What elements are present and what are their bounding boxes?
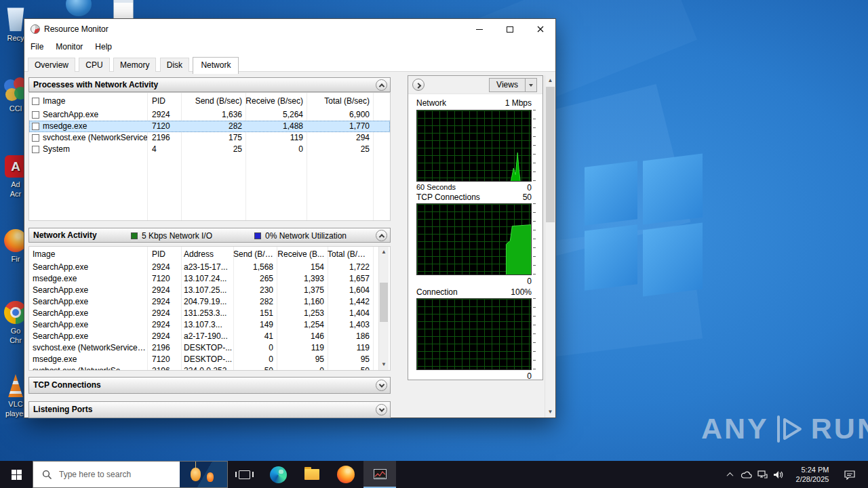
receive-cell: 119: [277, 342, 328, 354]
table-row[interactable]: System 4 25 0 25: [29, 144, 390, 155]
search-input[interactable]: [59, 470, 174, 479]
tray-network[interactable]: [755, 461, 770, 488]
expand-button[interactable]: [376, 404, 387, 415]
window-scrollbar[interactable]: ▲ ▼: [545, 75, 555, 418]
table-row[interactable]: SearchApp.exe 2924 a2-17-190... 41 146 1…: [29, 331, 390, 342]
table-row[interactable]: SearchApp.exe 2924 204.79.19... 282 1,16…: [29, 296, 390, 308]
chevron-down-icon: [529, 84, 533, 87]
table-row[interactable]: svchost.exe (NetworkService -p) 2196 DES…: [29, 342, 390, 354]
receive-cell: 1,375: [277, 285, 328, 296]
table-row[interactable]: SearchApp.exe 2924 a23-15-17... 1,568 15…: [29, 262, 390, 273]
send-cell: 151: [233, 308, 277, 319]
tray-show-hidden-icons[interactable]: [722, 461, 738, 488]
address-cell: DESKTOP-...: [181, 342, 233, 354]
column-header[interactable]: Send (B/sec): [181, 93, 245, 109]
menu-file[interactable]: File: [31, 42, 43, 52]
views-dropdown-arrow[interactable]: [526, 78, 537, 92]
process-name: msedge.exe: [29, 354, 147, 365]
search-highlight-decoration[interactable]: [180, 462, 227, 487]
scroll-up-button[interactable]: ▲: [545, 75, 555, 86]
table-row[interactable]: SearchApp.exe 2924 131.253.3... 151 1,25…: [29, 308, 390, 319]
expand-button[interactable]: [376, 380, 387, 391]
scroll-down-button[interactable]: ▼: [545, 407, 555, 418]
network-graph-series: [417, 110, 531, 182]
tab-cpu[interactable]: CPU: [79, 58, 109, 72]
maximize-button[interactable]: [494, 19, 525, 39]
lantern-string: [195, 462, 196, 468]
views-dropdown[interactable]: Views: [489, 78, 537, 92]
table-row[interactable]: msedge.exe 7120 13.107.24... 265 1,393 1…: [29, 273, 390, 285]
total-cell: 1,722: [328, 262, 373, 273]
table-row[interactable]: svchost.exe (NetworkSe... 2196 224.0.0.2…: [29, 365, 390, 371]
tab-overview[interactable]: Overview: [28, 58, 75, 72]
taskbar-file-explorer[interactable]: [296, 461, 328, 488]
table-row[interactable]: svchost.exe (NetworkService... 2196 175 …: [29, 132, 390, 144]
tab-disk[interactable]: Disk: [160, 58, 189, 72]
row-checkbox[interactable]: [32, 111, 39, 119]
graph-axis-row: 0: [416, 371, 532, 382]
address-cell: DESKTOP-...: [181, 354, 233, 365]
processes-section-header[interactable]: Processes with Network Activity: [28, 77, 391, 92]
column-header[interactable]: Total (B/sec): [328, 247, 373, 262]
table-row[interactable]: msedge.exe 7120 DESKTOP-... 0 95 95: [29, 354, 390, 365]
table-row[interactable]: SearchApp.exe 2924 1,636 5,264 6,900: [29, 109, 390, 121]
tab-network[interactable]: Network: [193, 57, 239, 74]
taskbar-search[interactable]: [33, 461, 228, 488]
send-cell: 1,568: [233, 262, 277, 273]
total-cell: 95: [328, 354, 373, 365]
send-cell: 282: [181, 121, 245, 132]
menu-help[interactable]: Help: [95, 42, 112, 52]
process-name: SearchApp.exe: [43, 109, 98, 121]
tab-memory[interactable]: Memory: [113, 58, 156, 72]
tray-onedrive[interactable]: [739, 461, 754, 488]
action-center-button[interactable]: [840, 461, 860, 488]
column-header[interactable]: Address: [181, 247, 233, 262]
network-activity-section-header[interactable]: Network Activity 5 Kbps Network I/O 0% N…: [28, 228, 391, 243]
graph-min: 0: [527, 277, 532, 286]
column-header[interactable]: Image: [29, 247, 147, 262]
row-checkbox[interactable]: [32, 134, 39, 142]
taskbar-edge[interactable]: [262, 461, 294, 488]
chevron-down-icon: [378, 382, 384, 387]
task-view-button[interactable]: [228, 461, 260, 488]
column-header[interactable]: Receive (B/sec): [245, 93, 307, 109]
column-header[interactable]: Total (B/sec): [307, 93, 373, 109]
views-dropdown-label[interactable]: Views: [489, 78, 526, 92]
table-row-selected[interactable]: msedge.exe 7120 282 1,488 1,770: [29, 121, 390, 132]
column-header[interactable]: Receive (B...: [277, 247, 328, 262]
close-button[interactable]: [525, 19, 555, 39]
listening-ports-section-header[interactable]: Listening Ports: [28, 401, 391, 418]
start-button[interactable]: [0, 461, 33, 488]
pid-cell: 2924: [147, 308, 181, 319]
collapse-button[interactable]: [376, 230, 387, 241]
edge-icon: [270, 466, 287, 483]
receive-cell: 0: [277, 365, 328, 371]
row-checkbox[interactable]: [32, 146, 39, 153]
table-row[interactable]: SearchApp.exe 2924 13.107.3... 149 1,254…: [29, 319, 390, 331]
receive-cell: 1,254: [277, 319, 328, 331]
network-activity-table: Image PID Address Send (B/sec) Receive (…: [28, 246, 391, 371]
column-header[interactable]: PID: [147, 247, 181, 262]
taskbar-resource-monitor-active[interactable]: [363, 461, 396, 488]
tray-time: 5:24 PM: [796, 465, 829, 474]
minimize-button[interactable]: [464, 19, 494, 39]
desktop-icon-partial[interactable]: [113, 0, 134, 19]
graph-scale: 1 Mbps: [505, 98, 532, 108]
tray-clock[interactable]: 5:24 PM 2/28/2025: [788, 461, 837, 488]
column-header[interactable]: Send (B/sec): [233, 247, 277, 262]
panel-collapse-button[interactable]: [412, 79, 425, 91]
column-header[interactable]: Image: [43, 93, 65, 109]
column-header[interactable]: PID: [147, 93, 181, 109]
tray-volume[interactable]: [770, 461, 785, 488]
row-checkbox[interactable]: [32, 123, 39, 130]
collapse-button[interactable]: [376, 79, 387, 91]
select-all-checkbox[interactable]: [32, 98, 39, 105]
menu-monitor[interactable]: Monitor: [56, 42, 83, 52]
graph-label-row: Connection 100%: [416, 287, 532, 298]
tcp-connections-section-header[interactable]: TCP Connections: [28, 377, 391, 394]
scrollbar-thumb[interactable]: [546, 87, 555, 222]
table-row[interactable]: SearchApp.exe 2924 13.107.25... 230 1,37…: [29, 285, 390, 296]
lantern-icon: [207, 472, 214, 482]
section-title: Processes with Network Activity: [33, 80, 158, 89]
taskbar-firefox[interactable]: [330, 461, 362, 488]
